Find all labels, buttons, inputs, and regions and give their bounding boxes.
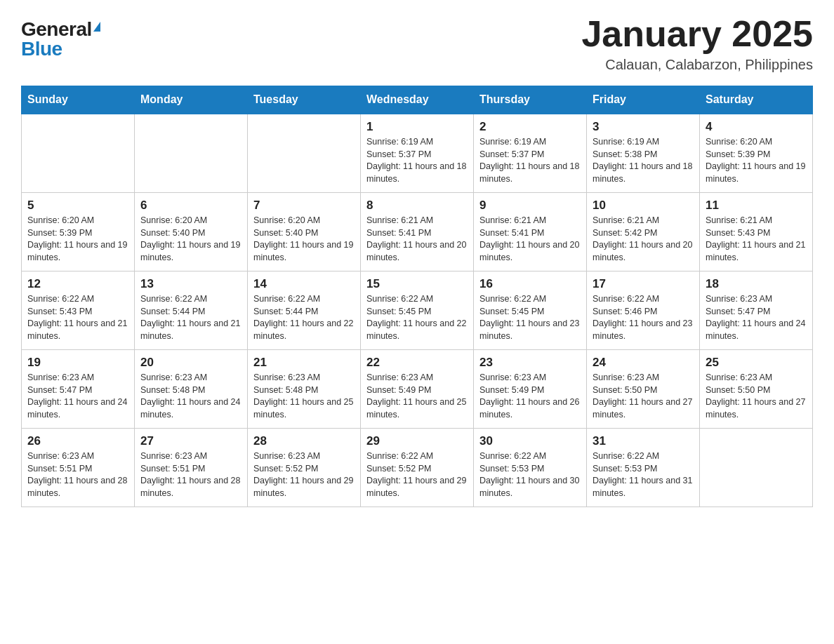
- day-info: Sunrise: 6:22 AMSunset: 5:45 PMDaylight:…: [479, 293, 581, 342]
- day-number: 22: [366, 356, 468, 370]
- day-number: 25: [706, 356, 807, 370]
- day-number: 10: [593, 199, 694, 213]
- calendar-day-cell: 9Sunrise: 6:21 AMSunset: 5:41 PMDaylight…: [474, 193, 587, 271]
- calendar-day-cell: 30Sunrise: 6:22 AMSunset: 5:53 PMDayligh…: [474, 429, 587, 507]
- calendar-day-cell: [248, 114, 361, 193]
- col-friday: Friday: [587, 86, 700, 114]
- day-number: 23: [479, 356, 581, 370]
- calendar-week-row: 19Sunrise: 6:23 AMSunset: 5:47 PMDayligh…: [22, 350, 813, 429]
- calendar-day-cell: 13Sunrise: 6:22 AMSunset: 5:44 PMDayligh…: [135, 271, 248, 350]
- col-sunday: Sunday: [22, 86, 135, 114]
- day-number: 8: [366, 199, 468, 213]
- calendar-day-cell: 18Sunrise: 6:23 AMSunset: 5:47 PMDayligh…: [700, 271, 813, 350]
- day-info: Sunrise: 6:19 AMSunset: 5:38 PMDaylight:…: [593, 136, 694, 185]
- day-number: 21: [253, 356, 355, 370]
- calendar-day-cell: 24Sunrise: 6:23 AMSunset: 5:50 PMDayligh…: [587, 350, 700, 429]
- day-number: 30: [479, 434, 581, 448]
- day-number: 29: [366, 434, 468, 448]
- calendar-day-cell: [700, 429, 813, 507]
- day-number: 4: [706, 120, 807, 134]
- calendar-day-cell: 27Sunrise: 6:23 AMSunset: 5:51 PMDayligh…: [135, 429, 248, 507]
- location-subtitle: Calauan, Calabarzon, Philippines: [581, 57, 813, 73]
- col-monday: Monday: [135, 86, 248, 114]
- day-number: 3: [593, 120, 694, 134]
- calendar-day-cell: 19Sunrise: 6:23 AMSunset: 5:47 PMDayligh…: [22, 350, 135, 429]
- month-title: January 2025: [581, 14, 813, 54]
- calendar-day-cell: [22, 114, 135, 193]
- day-info: Sunrise: 6:22 AMSunset: 5:53 PMDaylight:…: [479, 450, 581, 499]
- calendar-day-cell: 10Sunrise: 6:21 AMSunset: 5:42 PMDayligh…: [587, 193, 700, 271]
- calendar-day-cell: 29Sunrise: 6:22 AMSunset: 5:52 PMDayligh…: [361, 429, 474, 507]
- day-info: Sunrise: 6:20 AMSunset: 5:40 PMDaylight:…: [140, 215, 241, 264]
- day-info: Sunrise: 6:23 AMSunset: 5:47 PMDaylight:…: [706, 293, 807, 342]
- day-info: Sunrise: 6:20 AMSunset: 5:40 PMDaylight:…: [253, 215, 355, 264]
- calendar-day-cell: 26Sunrise: 6:23 AMSunset: 5:51 PMDayligh…: [22, 429, 135, 507]
- day-info: Sunrise: 6:20 AMSunset: 5:39 PMDaylight:…: [706, 136, 807, 185]
- day-number: 6: [140, 199, 241, 213]
- title-area: January 2025 Calauan, Calabarzon, Philip…: [581, 14, 813, 73]
- day-number: 11: [706, 199, 807, 213]
- calendar-day-cell: 1Sunrise: 6:19 AMSunset: 5:37 PMDaylight…: [361, 114, 474, 193]
- logo-general-text: General: [21, 20, 92, 39]
- day-number: 15: [366, 277, 468, 291]
- calendar-day-cell: 28Sunrise: 6:23 AMSunset: 5:52 PMDayligh…: [248, 429, 361, 507]
- day-info: Sunrise: 6:20 AMSunset: 5:39 PMDaylight:…: [27, 215, 128, 264]
- day-number: 12: [27, 277, 128, 291]
- calendar-day-cell: 4Sunrise: 6:20 AMSunset: 5:39 PMDaylight…: [700, 114, 813, 193]
- calendar-day-cell: 16Sunrise: 6:22 AMSunset: 5:45 PMDayligh…: [474, 271, 587, 350]
- day-info: Sunrise: 6:23 AMSunset: 5:48 PMDaylight:…: [140, 372, 241, 421]
- logo-blue-text: Blue: [21, 39, 62, 59]
- calendar-week-row: 12Sunrise: 6:22 AMSunset: 5:43 PMDayligh…: [22, 271, 813, 350]
- day-number: 31: [593, 434, 694, 448]
- day-number: 5: [27, 199, 128, 213]
- calendar-week-row: 5Sunrise: 6:20 AMSunset: 5:39 PMDaylight…: [22, 193, 813, 271]
- day-info: Sunrise: 6:22 AMSunset: 5:44 PMDaylight:…: [253, 293, 355, 342]
- day-info: Sunrise: 6:21 AMSunset: 5:43 PMDaylight:…: [706, 215, 807, 264]
- day-number: 19: [27, 356, 128, 370]
- calendar-day-cell: 21Sunrise: 6:23 AMSunset: 5:48 PMDayligh…: [248, 350, 361, 429]
- calendar-day-cell: [135, 114, 248, 193]
- day-info: Sunrise: 6:22 AMSunset: 5:43 PMDaylight:…: [27, 293, 128, 342]
- day-info: Sunrise: 6:23 AMSunset: 5:51 PMDaylight:…: [140, 450, 241, 499]
- day-info: Sunrise: 6:22 AMSunset: 5:53 PMDaylight:…: [593, 450, 694, 499]
- calendar-day-cell: 14Sunrise: 6:22 AMSunset: 5:44 PMDayligh…: [248, 271, 361, 350]
- calendar-day-cell: 2Sunrise: 6:19 AMSunset: 5:37 PMDaylight…: [474, 114, 587, 193]
- calendar-body: 1Sunrise: 6:19 AMSunset: 5:37 PMDaylight…: [22, 114, 813, 507]
- calendar-day-cell: 17Sunrise: 6:22 AMSunset: 5:46 PMDayligh…: [587, 271, 700, 350]
- day-info: Sunrise: 6:23 AMSunset: 5:52 PMDaylight:…: [253, 450, 355, 499]
- calendar-day-cell: 23Sunrise: 6:23 AMSunset: 5:49 PMDayligh…: [474, 350, 587, 429]
- logo-triangle-icon: [93, 22, 100, 32]
- col-saturday: Saturday: [700, 86, 813, 114]
- day-number: 1: [366, 120, 468, 134]
- day-info: Sunrise: 6:23 AMSunset: 5:49 PMDaylight:…: [479, 372, 581, 421]
- day-number: 18: [706, 277, 807, 291]
- calendar-day-cell: 25Sunrise: 6:23 AMSunset: 5:50 PMDayligh…: [700, 350, 813, 429]
- day-number: 17: [593, 277, 694, 291]
- day-number: 16: [479, 277, 581, 291]
- day-number: 27: [140, 434, 241, 448]
- calendar-day-cell: 7Sunrise: 6:20 AMSunset: 5:40 PMDaylight…: [248, 193, 361, 271]
- day-info: Sunrise: 6:23 AMSunset: 5:47 PMDaylight:…: [27, 372, 128, 421]
- page-header: General Blue January 2025 Calauan, Calab…: [21, 14, 813, 73]
- day-info: Sunrise: 6:22 AMSunset: 5:45 PMDaylight:…: [366, 293, 468, 342]
- day-info: Sunrise: 6:23 AMSunset: 5:51 PMDaylight:…: [27, 450, 128, 499]
- day-info: Sunrise: 6:22 AMSunset: 5:52 PMDaylight:…: [366, 450, 468, 499]
- calendar-day-cell: 12Sunrise: 6:22 AMSunset: 5:43 PMDayligh…: [22, 271, 135, 350]
- calendar-day-cell: 11Sunrise: 6:21 AMSunset: 5:43 PMDayligh…: [700, 193, 813, 271]
- calendar-week-row: 26Sunrise: 6:23 AMSunset: 5:51 PMDayligh…: [22, 429, 813, 507]
- calendar-day-cell: 22Sunrise: 6:23 AMSunset: 5:49 PMDayligh…: [361, 350, 474, 429]
- calendar-day-cell: 3Sunrise: 6:19 AMSunset: 5:38 PMDaylight…: [587, 114, 700, 193]
- col-tuesday: Tuesday: [248, 86, 361, 114]
- calendar-table: Sunday Monday Tuesday Wednesday Thursday…: [21, 86, 813, 507]
- day-info: Sunrise: 6:23 AMSunset: 5:50 PMDaylight:…: [706, 372, 807, 421]
- calendar-header: Sunday Monday Tuesday Wednesday Thursday…: [22, 86, 813, 114]
- day-number: 2: [479, 120, 581, 134]
- col-wednesday: Wednesday: [361, 86, 474, 114]
- calendar-day-cell: 20Sunrise: 6:23 AMSunset: 5:48 PMDayligh…: [135, 350, 248, 429]
- day-info: Sunrise: 6:23 AMSunset: 5:49 PMDaylight:…: [366, 372, 468, 421]
- logo: General Blue: [21, 20, 100, 59]
- day-info: Sunrise: 6:19 AMSunset: 5:37 PMDaylight:…: [366, 136, 468, 185]
- day-number: 9: [479, 199, 581, 213]
- day-info: Sunrise: 6:23 AMSunset: 5:48 PMDaylight:…: [253, 372, 355, 421]
- day-info: Sunrise: 6:21 AMSunset: 5:41 PMDaylight:…: [479, 215, 581, 264]
